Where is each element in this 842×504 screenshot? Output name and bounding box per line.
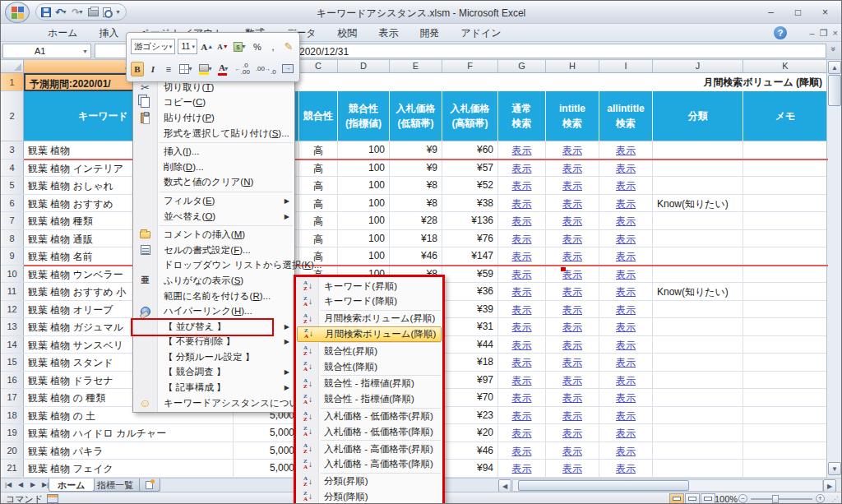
allintitle-search-cell[interactable]: 表示 — [599, 266, 653, 283]
show-link[interactable]: 表示 — [616, 145, 636, 156]
sort-option[interactable]: ZA↓競合性 - 指標値(降順) — [297, 391, 442, 407]
normal-search-cell[interactable]: 表示 — [498, 160, 546, 177]
show-link[interactable]: 表示 — [512, 375, 532, 386]
allintitle-search-cell[interactable]: 表示 — [599, 247, 653, 265]
column-header-C[interactable]: C — [299, 60, 338, 73]
font-name-combobox[interactable]: 游ゴシッ▼ — [131, 39, 175, 54]
show-link[interactable]: 表示 — [562, 375, 582, 386]
sort-option[interactable]: ZA↓入札価格 - 高価格帯(降順) — [297, 456, 442, 472]
show-link[interactable]: 表示 — [512, 340, 532, 351]
show-link[interactable]: 表示 — [562, 215, 582, 227]
sort-option[interactable]: AZ↓月間検索ボリューム(昇順) — [297, 312, 442, 327]
memo-cell[interactable] — [743, 442, 828, 460]
allintitle-search-cell[interactable]: 表示 — [599, 372, 653, 389]
allintitle-search-cell[interactable]: 表示 — [599, 336, 653, 354]
bid-high-cell[interactable]: ¥136 — [442, 212, 498, 229]
column-header-label[interactable]: 入札価格 (高額帯) — [442, 91, 498, 141]
show-link[interactable]: 表示 — [616, 198, 636, 210]
shrink-font-button[interactable]: A▼ — [216, 39, 229, 54]
sheet-tab-ホーム[interactable]: ホーム — [49, 479, 95, 492]
sort-option[interactable]: AZ↓入札価格 - 高価格帯(昇順) — [297, 442, 442, 457]
show-link[interactable]: 表示 — [616, 357, 636, 368]
show-link[interactable]: 表示 — [616, 321, 636, 333]
bid-high-cell[interactable]: ¥18 — [442, 354, 498, 371]
category-cell[interactable]: Know(知りたい) — [653, 195, 743, 212]
show-link[interactable]: 表示 — [562, 340, 582, 351]
show-link[interactable]: 表示 — [512, 198, 532, 210]
show-link[interactable]: 表示 — [562, 392, 582, 404]
normal-search-cell[interactable]: 表示 — [498, 460, 546, 477]
show-link[interactable]: 表示 — [562, 357, 582, 368]
menu-item[interactable]: 削除(D)... — [133, 160, 294, 175]
show-link[interactable]: 表示 — [616, 446, 636, 457]
category-cell[interactable] — [653, 301, 743, 318]
show-link[interactable]: 表示 — [616, 163, 636, 174]
menu-item[interactable]: 【 並び替え 】▶ — [133, 319, 294, 335]
menu-item[interactable]: 範囲に名前を付ける(R)... — [133, 289, 294, 304]
show-link[interactable]: 表示 — [616, 428, 636, 439]
bold-button[interactable]: B — [131, 62, 144, 76]
format-painter-button[interactable]: ✎ — [282, 39, 295, 54]
comma-style-button[interactable]: , — [266, 39, 280, 54]
column-header-label[interactable]: 通常 検索 — [498, 91, 546, 141]
zoom-slider-handle[interactable] — [772, 495, 779, 503]
show-link[interactable]: 表示 — [562, 198, 582, 210]
minimize-button[interactable]: – — [759, 4, 783, 20]
category-cell[interactable] — [653, 460, 743, 477]
column-header-H[interactable]: H — [546, 60, 599, 73]
merge-center-button[interactable] — [280, 62, 295, 76]
normal-search-cell[interactable]: 表示 — [498, 442, 546, 460]
intitle-search-cell[interactable]: 表示 — [546, 141, 599, 159]
bid-high-cell[interactable]: ¥57 — [442, 160, 498, 177]
normal-search-cell[interactable]: 表示 — [498, 424, 546, 442]
memo-cell[interactable] — [743, 318, 828, 335]
column-header-I[interactable]: I — [599, 60, 653, 73]
allintitle-search-cell[interactable]: 表示 — [599, 460, 653, 477]
fill-color-button[interactable]: ▼ — [197, 62, 215, 76]
intitle-search-cell[interactable]: 表示 — [546, 407, 599, 424]
competitiveness-index-cell[interactable]: 100 — [338, 141, 390, 159]
volume-cell[interactable]: 5,000 — [234, 460, 299, 477]
ribbon-tab-表示[interactable]: 表示 — [368, 24, 409, 42]
doc-minimize-button[interactable]: – — [810, 27, 815, 39]
competitiveness-index-cell[interactable]: 100 — [338, 177, 390, 194]
menu-item[interactable]: コメントの挿入(M) — [133, 227, 294, 243]
category-cell[interactable] — [653, 160, 743, 177]
show-link[interactable]: 表示 — [616, 463, 636, 474]
memo-cell[interactable] — [743, 247, 828, 265]
competitiveness-cell[interactable]: 高 — [299, 141, 338, 159]
memo-cell[interactable] — [743, 336, 828, 354]
normal-search-cell[interactable]: 表示 — [498, 389, 546, 406]
ribbon-tab-挿入[interactable]: 挿入 — [89, 24, 130, 42]
next-sheet-icon[interactable]: ▶ — [27, 479, 39, 491]
sort-option[interactable]: ZA↓競合性(降順) — [297, 359, 442, 375]
scroll-down-icon[interactable]: ▼ — [828, 462, 841, 475]
memo-cell[interactable] — [743, 460, 828, 477]
bid-high-cell[interactable]: ¥94 — [442, 460, 498, 477]
menu-item[interactable]: ☺キーワードアシスタンスについて — [133, 395, 294, 411]
bid-high-cell[interactable]: ¥60 — [442, 141, 498, 159]
show-link[interactable]: 表示 — [616, 215, 636, 227]
show-link[interactable]: 表示 — [616, 410, 636, 422]
memo-cell[interactable] — [743, 389, 828, 406]
memo-cell[interactable] — [743, 372, 828, 389]
competitiveness-index-cell[interactable]: 100 — [338, 195, 390, 212]
column-header-F[interactable]: F — [442, 60, 498, 73]
keyword-cell[interactable]: 観葉 植物 フェイク — [24, 460, 234, 477]
column-header-K[interactable]: K — [743, 60, 828, 73]
show-link[interactable]: 表示 — [562, 410, 582, 422]
page-break-view-button[interactable] — [701, 493, 715, 504]
intitle-search-cell[interactable]: 表示 — [546, 389, 599, 406]
intitle-search-cell[interactable]: 表示 — [546, 354, 599, 371]
bid-low-cell[interactable]: ¥8 — [390, 195, 442, 212]
column-header-label[interactable]: 分類 — [653, 91, 743, 141]
keyword-cell[interactable]: 観葉 植物 ハイドロ カルチャー — [24, 424, 234, 442]
percent-style-button[interactable]: % — [251, 39, 264, 54]
decrease-decimal-button[interactable]: .00→.0 — [254, 62, 278, 76]
hscroll-left-icon[interactable]: ◀ — [498, 479, 511, 492]
show-link[interactable]: 表示 — [512, 428, 532, 439]
grow-font-button[interactable]: A▲ — [200, 39, 214, 54]
bid-low-cell[interactable]: ¥46 — [390, 247, 442, 265]
normal-search-cell[interactable]: 表示 — [498, 336, 546, 354]
column-header-label[interactable]: intitle 検索 — [546, 91, 599, 141]
